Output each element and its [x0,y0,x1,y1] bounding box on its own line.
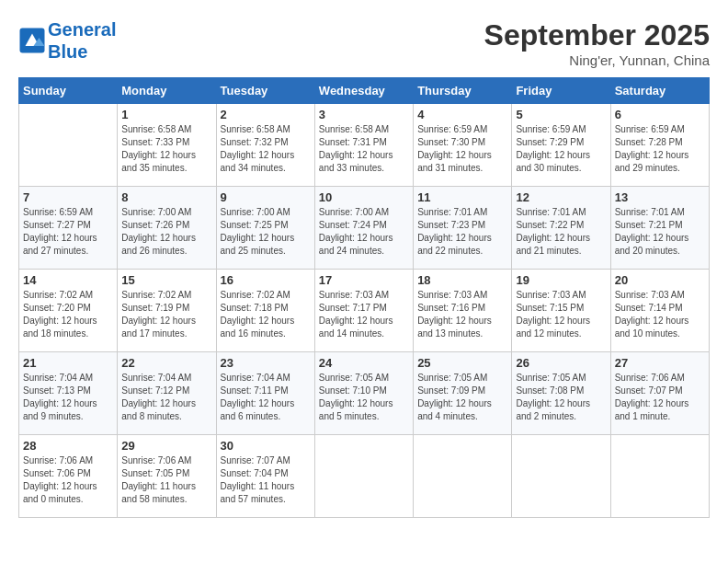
calendar-cell: 4Sunrise: 6:59 AM Sunset: 7:30 PM Daylig… [414,104,512,187]
calendar-cell: 22Sunrise: 7:04 AM Sunset: 7:12 PM Dayli… [118,352,216,435]
day-number: 27 [615,356,705,370]
day-info: Sunrise: 7:00 AM Sunset: 7:26 PM Dayligh… [121,206,211,258]
calendar-cell: 6Sunrise: 6:59 AM Sunset: 7:28 PM Daylig… [610,104,709,187]
page-header: General Blue September 2025 Ning'er, Yun… [18,18,710,68]
day-number: 7 [23,190,113,204]
logo-icon [18,27,46,54]
calendar-cell: 27Sunrise: 7:06 AM Sunset: 7:07 PM Dayli… [610,352,709,435]
day-number: 24 [319,356,409,370]
calendar-cell: 2Sunrise: 6:58 AM Sunset: 7:32 PM Daylig… [216,104,314,187]
calendar-table: SundayMondayTuesdayWednesdayThursdayFrid… [18,77,710,518]
day-info: Sunrise: 7:00 AM Sunset: 7:24 PM Dayligh… [319,206,409,258]
calendar-header-row: SundayMondayTuesdayWednesdayThursdayFrid… [19,78,710,104]
day-number: 30 [221,439,311,453]
day-info: Sunrise: 7:01 AM Sunset: 7:21 PM Dayligh… [615,206,705,258]
day-info: Sunrise: 6:59 AM Sunset: 7:30 PM Dayligh… [417,123,507,175]
calendar-cell: 15Sunrise: 7:02 AM Sunset: 7:19 PM Dayli… [118,270,216,352]
day-info: Sunrise: 7:01 AM Sunset: 7:23 PM Dayligh… [417,206,507,258]
calendar-cell [610,435,709,518]
calendar-cell: 5Sunrise: 6:59 AM Sunset: 7:29 PM Daylig… [512,104,610,187]
day-info: Sunrise: 7:05 AM Sunset: 7:08 PM Dayligh… [516,372,606,423]
day-info: Sunrise: 6:59 AM Sunset: 7:27 PM Dayligh… [23,206,113,258]
day-header-monday: Monday [118,78,216,104]
day-number: 23 [221,356,311,370]
day-info: Sunrise: 6:58 AM Sunset: 7:31 PM Dayligh… [319,123,409,175]
day-info: Sunrise: 7:05 AM Sunset: 7:09 PM Dayligh… [417,372,507,423]
day-info: Sunrise: 7:06 AM Sunset: 7:07 PM Dayligh… [615,372,705,423]
calendar-week-4: 21Sunrise: 7:04 AM Sunset: 7:13 PM Dayli… [19,352,710,435]
calendar-cell [414,435,512,518]
day-number: 15 [121,273,211,287]
day-info: Sunrise: 7:06 AM Sunset: 7:06 PM Dayligh… [23,454,113,506]
day-info: Sunrise: 7:03 AM Sunset: 7:14 PM Dayligh… [615,289,705,340]
calendar-cell: 12Sunrise: 7:01 AM Sunset: 7:22 PM Dayli… [512,187,610,270]
day-number: 22 [121,356,211,370]
day-number: 1 [121,108,211,121]
day-number: 21 [23,356,113,370]
calendar-cell [512,435,610,518]
day-header-friday: Friday [512,78,610,104]
calendar-cell: 3Sunrise: 6:58 AM Sunset: 7:31 PM Daylig… [314,104,413,187]
day-number: 19 [516,273,606,287]
title-area: September 2025 Ning'er, Yunnan, China [484,18,710,68]
day-info: Sunrise: 6:59 AM Sunset: 7:28 PM Dayligh… [615,123,705,175]
calendar-cell: 25Sunrise: 7:05 AM Sunset: 7:09 PM Dayli… [414,352,512,435]
day-info: Sunrise: 7:00 AM Sunset: 7:25 PM Dayligh… [221,206,311,258]
day-info: Sunrise: 6:58 AM Sunset: 7:33 PM Dayligh… [121,123,211,175]
day-number: 12 [516,190,606,204]
month-title: September 2025 [484,18,710,52]
calendar-cell: 1Sunrise: 6:58 AM Sunset: 7:33 PM Daylig… [118,104,216,187]
calendar-week-5: 28Sunrise: 7:06 AM Sunset: 7:06 PM Dayli… [19,435,710,518]
calendar-cell: 18Sunrise: 7:03 AM Sunset: 7:16 PM Dayli… [414,270,512,352]
logo-text: General Blue [48,18,116,63]
day-number: 4 [417,108,507,121]
calendar-cell: 24Sunrise: 7:05 AM Sunset: 7:10 PM Dayli… [314,352,413,435]
calendar-cell: 28Sunrise: 7:06 AM Sunset: 7:06 PM Dayli… [19,435,118,518]
day-info: Sunrise: 7:02 AM Sunset: 7:19 PM Dayligh… [121,289,211,340]
calendar-cell: 16Sunrise: 7:02 AM Sunset: 7:18 PM Dayli… [216,270,314,352]
day-number: 2 [221,108,311,121]
calendar-cell: 9Sunrise: 7:00 AM Sunset: 7:25 PM Daylig… [216,187,314,270]
calendar-cell: 17Sunrise: 7:03 AM Sunset: 7:17 PM Dayli… [314,270,413,352]
day-info: Sunrise: 7:02 AM Sunset: 7:20 PM Dayligh… [23,289,113,340]
day-number: 18 [417,273,507,287]
day-info: Sunrise: 7:03 AM Sunset: 7:16 PM Dayligh… [417,289,507,340]
calendar-cell: 21Sunrise: 7:04 AM Sunset: 7:13 PM Dayli… [19,352,118,435]
calendar-cell: 7Sunrise: 6:59 AM Sunset: 7:27 PM Daylig… [19,187,118,270]
day-number: 26 [516,356,606,370]
calendar-cell: 26Sunrise: 7:05 AM Sunset: 7:08 PM Dayli… [512,352,610,435]
day-number: 16 [221,273,311,287]
day-info: Sunrise: 7:07 AM Sunset: 7:04 PM Dayligh… [221,454,311,506]
day-header-sunday: Sunday [19,78,118,104]
day-info: Sunrise: 7:04 AM Sunset: 7:11 PM Dayligh… [221,372,311,423]
calendar-cell: 23Sunrise: 7:04 AM Sunset: 7:11 PM Dayli… [216,352,314,435]
day-header-wednesday: Wednesday [314,78,413,104]
calendar-cell [314,435,413,518]
calendar-cell: 29Sunrise: 7:06 AM Sunset: 7:05 PM Dayli… [118,435,216,518]
calendar-cell: 13Sunrise: 7:01 AM Sunset: 7:21 PM Dayli… [610,187,709,270]
calendar-cell [19,104,118,187]
logo: General Blue [18,18,116,63]
day-header-tuesday: Tuesday [216,78,314,104]
day-info: Sunrise: 7:02 AM Sunset: 7:18 PM Dayligh… [221,289,311,340]
day-number: 25 [417,356,507,370]
day-info: Sunrise: 7:06 AM Sunset: 7:05 PM Dayligh… [121,454,211,506]
day-number: 3 [319,108,409,121]
calendar-week-1: 1Sunrise: 6:58 AM Sunset: 7:33 PM Daylig… [19,104,710,187]
day-number: 10 [319,190,409,204]
calendar-cell: 10Sunrise: 7:00 AM Sunset: 7:24 PM Dayli… [314,187,413,270]
location-subtitle: Ning'er, Yunnan, China [484,52,710,68]
calendar-cell: 19Sunrise: 7:03 AM Sunset: 7:15 PM Dayli… [512,270,610,352]
day-number: 28 [23,439,113,453]
day-number: 9 [221,190,311,204]
day-info: Sunrise: 6:59 AM Sunset: 7:29 PM Dayligh… [516,123,606,175]
day-number: 17 [319,273,409,287]
day-info: Sunrise: 6:58 AM Sunset: 7:32 PM Dayligh… [221,123,311,175]
day-info: Sunrise: 7:01 AM Sunset: 7:22 PM Dayligh… [516,206,606,258]
calendar-cell: 11Sunrise: 7:01 AM Sunset: 7:23 PM Dayli… [414,187,512,270]
day-number: 14 [23,273,113,287]
calendar-cell: 8Sunrise: 7:00 AM Sunset: 7:26 PM Daylig… [118,187,216,270]
day-number: 5 [516,108,606,121]
calendar-week-3: 14Sunrise: 7:02 AM Sunset: 7:20 PM Dayli… [19,270,710,352]
day-number: 8 [121,190,211,204]
